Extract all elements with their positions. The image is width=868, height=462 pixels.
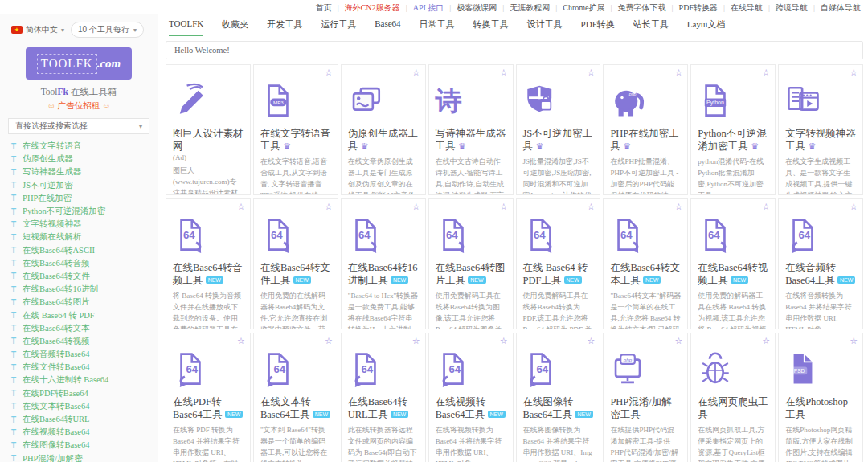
tool-card[interactable]: ☆64在线文本转Base64工具 NEW"文本到 Base64"转换器是一个简单… bbox=[253, 333, 338, 462]
favorite-star-icon[interactable]: ☆ bbox=[850, 336, 858, 346]
tab-收藏夹[interactable]: 收藏夹 bbox=[222, 18, 248, 36]
topbar-link[interactable]: Chrome扩展 bbox=[557, 3, 610, 12]
topbar-link[interactable]: 跨境导航 bbox=[770, 3, 813, 12]
sidebar-item[interactable]: TJS不可逆加密 bbox=[11, 179, 158, 192]
tool-card[interactable]: ☆PythonPython不可逆混淆加密工具 ♛python混淆代码-在线Pyt… bbox=[690, 64, 776, 195]
sidebar-item[interactable]: TPHP在线加密 bbox=[11, 192, 158, 205]
favorite-star-icon[interactable]: ☆ bbox=[325, 336, 333, 346]
favorite-star-icon[interactable]: ☆ bbox=[412, 67, 420, 78]
sidebar-item[interactable]: T在线十六进制转 Base64 bbox=[11, 374, 158, 386]
tab-Layui文档[interactable]: Layui文档 bbox=[687, 18, 726, 36]
topbar-link[interactable]: 海外CN2服务器 bbox=[339, 3, 406, 12]
tab-日常工具[interactable]: 日常工具 bbox=[420, 18, 455, 36]
sidebar-item[interactable]: TPython不可逆混淆加密 bbox=[11, 205, 158, 218]
tool-card[interactable]: ☆64在线Base64转图片工具 NEW使用免费解码工具在线将Base64转换为… bbox=[428, 198, 514, 329]
sidebar-item[interactable]: T在线Base64转音频 bbox=[11, 257, 158, 270]
favorite-star-icon[interactable]: ☆ bbox=[674, 67, 682, 78]
favorite-star-icon[interactable]: ☆ bbox=[588, 336, 596, 346]
tab-PDF转换[interactable]: PDF转换 bbox=[581, 18, 615, 36]
sidebar-item[interactable]: T在线Base64转ASCII bbox=[11, 244, 158, 257]
tool-card[interactable]: ☆64在线音频转Base64工具 NEW在线将音频转换为 Base64 并将结果… bbox=[778, 198, 863, 329]
sidebar-item[interactable]: T在线音频转Base64 bbox=[11, 348, 158, 361]
tool-card[interactable]: ☆64在线视频转Base64工具 NEW在线将视频转换为 Base64 并将结果… bbox=[428, 333, 514, 462]
sidebar-item[interactable]: T在线 Base64 转 PDF bbox=[11, 309, 158, 321]
favorite-star-icon[interactable]: ☆ bbox=[325, 202, 333, 212]
tab-开发工具[interactable]: 开发工具 bbox=[267, 18, 302, 36]
tool-card[interactable]: ☆伪原创生成器工具 ♛在线文章伪原创生成器工具是专门生成原创及伪原创文章的在线工… bbox=[341, 64, 426, 195]
tool-card[interactable]: ☆phpPHP在线加密工具 ♛在线PHP批量混淆、PHP不可逆加密工具 - 加密… bbox=[603, 64, 688, 195]
favorite-star-icon[interactable]: ☆ bbox=[588, 67, 596, 78]
favorite-star-icon[interactable]: ☆ bbox=[237, 336, 245, 346]
favorite-star-icon[interactable]: ☆ bbox=[325, 67, 333, 78]
sidebar-item[interactable]: T文字转视频神器 bbox=[11, 218, 158, 231]
tool-card[interactable]: ☆64在线Base64转URL工具 NEW此在线转换器将远程文件或网页的内容编码… bbox=[341, 333, 426, 462]
tool-card[interactable]: ☆64在线PDF转Base64工具 NEW在线将 PDF 转换为 Base64 … bbox=[166, 333, 251, 462]
tab-转换工具[interactable]: 转换工具 bbox=[473, 18, 509, 36]
topbar-link[interactable]: 无涯教程网 bbox=[504, 3, 555, 12]
sidebar-item[interactable]: T伪原创生成器 bbox=[11, 153, 158, 166]
favorite-star-icon[interactable]: ☆ bbox=[762, 336, 770, 346]
tool-card[interactable]: ☆64在线Base64转文本工具 NEW"Base64转文本"解码器是一个简单的… bbox=[603, 198, 688, 329]
favorite-star-icon[interactable]: ☆ bbox=[674, 202, 682, 212]
sidebar-item[interactable]: T在线文件转Base64 bbox=[11, 361, 158, 374]
tool-card[interactable]: ☆文字转视频神器工具 ♛在线文字生成视频工具、是一款将文字生成视频工具,提供一键… bbox=[778, 64, 863, 195]
tab-运行工具[interactable]: 运行工具 bbox=[321, 18, 356, 36]
favorite-star-icon[interactable]: ☆ bbox=[500, 202, 508, 212]
tab-站长工具[interactable]: 站长工具 bbox=[633, 18, 669, 36]
sidebar-item[interactable]: T在线视频转Base64 bbox=[11, 426, 158, 439]
language-selector[interactable]: ★ 简体中文 ▾ bbox=[11, 24, 64, 35]
topbar-link[interactable]: API 接口 bbox=[407, 3, 450, 12]
tool-card[interactable]: ☆phpPHP混淆/加解密工具在线提供PHP代码混淆加解密工具-提供PHP代码混… bbox=[603, 333, 688, 462]
tool-card[interactable]: ☆64在线Base64转文件工具 NEW使用免费的在线解码器将Base64解码为… bbox=[253, 198, 338, 329]
sidebar-item[interactable]: T在线图像转Base64 bbox=[11, 439, 158, 452]
favorite-star-icon[interactable]: ☆ bbox=[850, 67, 858, 78]
tool-card[interactable]: ☆64在线Base64转16进制工具 NEW"Base64 to Hex"转换器… bbox=[341, 198, 426, 329]
favorite-star-icon[interactable]: ☆ bbox=[588, 202, 596, 212]
favorite-star-icon[interactable]: ☆ bbox=[237, 202, 245, 212]
sidebar-item[interactable]: T在线Base64转图片 bbox=[11, 296, 158, 309]
sidebar-item[interactable]: TPHP混淆/加解密 bbox=[11, 452, 158, 462]
topbar-link[interactable]: PDF转换器 bbox=[674, 3, 723, 12]
sidebar-item[interactable]: T在线Base64转16进制 bbox=[11, 283, 158, 296]
favorite-star-icon[interactable]: ☆ bbox=[762, 202, 770, 212]
topbar-link[interactable]: 在线导航 bbox=[725, 3, 768, 12]
card-description: 在线网页抓取工具,方便采集指定网页上的资源,基于QueryList框架实现采集工… bbox=[698, 425, 768, 462]
topbar-link[interactable]: 自媒体导航 bbox=[815, 3, 866, 12]
favorite-star-icon[interactable]: ☆ bbox=[412, 336, 420, 346]
sidebar-item[interactable]: T在线Base64转文本 bbox=[11, 322, 158, 335]
tool-card[interactable]: ☆PSD在线Photoshop工具在线Photoshop网页精简版,方便大家在线… bbox=[778, 333, 863, 462]
sidebar-item[interactable]: T写诗神器生成器 bbox=[11, 166, 158, 178]
tools-per-row-selector[interactable]: 10 个工具每行 ▾ bbox=[71, 22, 144, 38]
sidebar-item[interactable]: T在线Base64转URL bbox=[11, 413, 158, 426]
tool-card[interactable]: ☆诗写诗神器生成器工具 ♛在线中文古诗自动作诗机器人-智能写诗工具,自动作诗,自… bbox=[428, 64, 514, 195]
tool-search-select[interactable]: 直接选择或搜索选择 ▾ bbox=[8, 118, 149, 134]
favorite-star-icon[interactable]: ☆ bbox=[762, 67, 770, 78]
site-logo[interactable]: TOOLFK.com bbox=[26, 47, 132, 80]
tool-card[interactable]: ☆64在线Base64转视频工具 NEW使用免费的解码器工具在线将 Base64… bbox=[690, 198, 776, 329]
tool-card[interactable]: ☆64在线 Base64 转 PDF工具 NEW使用免费解码工具在线将Base6… bbox=[516, 198, 601, 329]
tool-card[interactable]: 图巨人设计素材网(Ad)图巨人(www.tujuren.com)专注共享精品设计… bbox=[166, 64, 251, 195]
sidebar-item[interactable]: T在线Base64转视频 bbox=[11, 335, 158, 348]
sidebar-item[interactable]: T短视频在线解析 bbox=[11, 231, 158, 243]
topbar-link[interactable]: 极客微课网 bbox=[451, 3, 502, 12]
tool-card[interactable]: ☆MP3在线文字转语音工具 ♛在线文字转语音,语音合成工具,从文字到语音, 文字… bbox=[253, 64, 338, 195]
tab-设计工具[interactable]: 设计工具 bbox=[527, 18, 563, 36]
tool-card[interactable]: ☆64在线图像转Base64工具 NEW在线将图像转换为 Base64 并将结果… bbox=[516, 333, 601, 462]
sidebar-item[interactable]: T在线文本转Base64 bbox=[11, 400, 158, 413]
sidebar-item[interactable]: T在线文字转语音 bbox=[11, 140, 158, 153]
favorite-star-icon[interactable]: ☆ bbox=[674, 336, 682, 346]
tool-card[interactable]: ☆64在线Base64转音频工具 NEW将 Base64 转换为音频文件并在线播… bbox=[166, 198, 251, 329]
topbar-link[interactable]: 首页 bbox=[310, 3, 338, 12]
topbar-link[interactable]: 免费字体下载 bbox=[612, 3, 672, 12]
favorite-star-icon[interactable]: ☆ bbox=[500, 67, 508, 78]
tool-card[interactable]: ☆JS不可逆加密工具 ♛JS批量混淆加密,JS不可逆加密,JS压缩加密,同时混淆… bbox=[516, 64, 601, 195]
tool-card[interactable]: ☆在线网页爬虫工具在线网页抓取工具,方便采集指定网页上的资源,基于QueryLi… bbox=[690, 333, 776, 462]
favorite-star-icon[interactable]: ☆ bbox=[500, 336, 508, 346]
ad-slot-notice[interactable]: ☺ 广告位招租 ☺ bbox=[0, 100, 158, 112]
sidebar-item[interactable]: T在线Base64转文件 bbox=[11, 270, 158, 283]
favorite-star-icon[interactable]: ☆ bbox=[850, 202, 858, 212]
favorite-star-icon[interactable]: ☆ bbox=[412, 202, 420, 212]
tab-TOOLFK[interactable]: TOOLFK bbox=[169, 18, 203, 36]
tab-Base64[interactable]: Base64 bbox=[375, 18, 400, 36]
sidebar-item[interactable]: T在线PDF转Base64 bbox=[11, 387, 158, 400]
